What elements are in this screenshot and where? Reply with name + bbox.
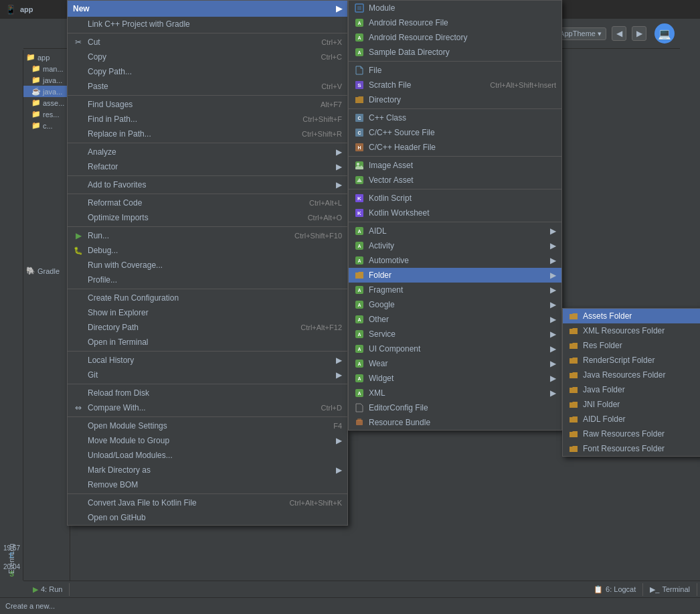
menu-item-move-module[interactable]: Move Module to Group ▶ <box>68 433 347 448</box>
menu2-cpp-source[interactable]: C C/C++ Source File <box>349 125 561 140</box>
kotlin-script-label: Kotlin Script <box>369 194 556 203</box>
menu-item-run[interactable]: ▶ Run... Ctrl+Shift+F10 <box>68 228 347 243</box>
menu-item-refactor[interactable]: Refactor ▶ <box>68 159 347 174</box>
svg-text:A: A <box>357 362 361 366</box>
menu-item-mark-directory[interactable]: Mark Directory as ▶ <box>68 463 347 477</box>
menu3-font-resources-folder[interactable]: Font Resources Folder <box>563 441 700 456</box>
menu-item-replace-in-path[interactable]: Replace in Path... Ctrl+Shift+R <box>68 127 347 141</box>
tree-item-assets[interactable]: 📁 asse... <box>23 97 70 108</box>
menu3-assets-folder[interactable]: Assets Folder <box>563 309 700 323</box>
menu2-service[interactable]: A Service ▶ <box>349 327 561 341</box>
menu-item-add-to-favorites[interactable]: Add to Favorites ▶ <box>68 177 347 192</box>
tree-item-gradle[interactable]: 🐘 Gradle <box>23 265 70 277</box>
menu2-module[interactable]: Module <box>349 1 561 15</box>
menu3-renderscript-folder[interactable]: RenderScript Folder <box>563 353 700 368</box>
menu-item-unload-modules[interactable]: Unload/Load Modules... <box>68 448 347 463</box>
menu-item-open-terminal[interactable]: Open in Terminal <box>68 335 347 350</box>
menu3-aidl-folder[interactable]: AIDL Folder <box>563 412 700 427</box>
menu-item-local-history[interactable]: Local History ▶ <box>68 353 347 368</box>
menu-item-show-explorer[interactable]: Show in Explorer <box>68 305 347 320</box>
menu3-res-folder[interactable]: Res Folder <box>563 338 700 353</box>
run-tab-icon: ▶ <box>33 585 38 594</box>
menu2-activity[interactable]: A Activity ▶ <box>349 238 561 253</box>
svg-text:C: C <box>357 131 361 135</box>
menu2-google[interactable]: A Google ▶ <box>349 297 561 312</box>
menu-item-find-usages[interactable]: Find Usages Alt+F7 <box>68 97 347 112</box>
folder-icon <box>354 270 365 281</box>
menu-item-new[interactable]: New ▶ <box>68 1 347 17</box>
menu-item-module-settings[interactable]: Open Module Settings F4 <box>68 418 347 433</box>
menu2-folder[interactable]: Folder ▶ <box>349 268 561 283</box>
menu2-kotlin-script[interactable]: K Kotlin Script <box>349 191 561 206</box>
svg-text:A: A <box>357 317 361 322</box>
menu2-directory[interactable]: Directory <box>349 92 561 107</box>
mark-dir-icon <box>73 465 84 475</box>
tree-item-java2[interactable]: ☕ java... <box>23 86 70 97</box>
menu2-cpp-header[interactable]: H C/C++ Header File <box>349 140 561 155</box>
tree-item-cpp[interactable]: 📁 c... <box>23 120 70 131</box>
menu-item-run-coverage[interactable]: Run with Coverage... <box>68 258 347 273</box>
menu-item-create-run-config[interactable]: Create Run Configuration <box>68 291 347 305</box>
menu-item-remove-bom[interactable]: Remove BOM <box>68 477 347 492</box>
widget-icon: A <box>354 373 365 384</box>
google-label: Google <box>369 300 546 309</box>
menu3-raw-resources-folder[interactable]: Raw Resources Folder <box>563 427 700 441</box>
menu-item-reformat-code[interactable]: Reformat Code Ctrl+Alt+L <box>68 196 347 210</box>
module-label: Module <box>369 3 556 13</box>
menu2-sample-data[interactable]: A Sample Data Directory <box>349 45 561 60</box>
menu-item-directory-path[interactable]: Directory Path Ctrl+Alt+F12 <box>68 320 347 335</box>
tree-item-java1[interactable]: 📁 java... <box>23 74 70 86</box>
terminal-tab[interactable]: ▶_ Terminal <box>643 583 697 596</box>
menu3-java-resources-folder[interactable]: Java Resources Folder <box>563 368 700 382</box>
cpp-class-icon: C <box>354 112 365 123</box>
menu-item-paste[interactable]: Paste Ctrl+V <box>68 79 347 94</box>
raw-resources-icon <box>568 429 579 439</box>
menu-item-cut[interactable]: ✂ Cut Ctrl+X <box>68 35 347 50</box>
menu-item-open-github[interactable]: Open on GitHub <box>68 510 347 525</box>
logcat-tab[interactable]: 📋 6: Logcat <box>587 583 643 596</box>
menu2-file[interactable]: File <box>349 63 561 78</box>
menu2-vector-asset[interactable]: Vector Asset <box>349 173 561 187</box>
menu-item-copy[interactable]: Copy Ctrl+C <box>68 50 347 64</box>
menu2-wear[interactable]: A Wear ▶ <box>349 356 561 371</box>
next-nav-button[interactable]: ▶ <box>632 26 646 41</box>
run-tab[interactable]: ▶ 4: Run <box>26 583 70 596</box>
menu-item-analyze[interactable]: Analyze ▶ <box>68 145 347 159</box>
menu3-java-folder[interactable]: Java Folder <box>563 382 700 397</box>
menu-item-compare-with[interactable]: ⇔ Compare With... Ctrl+D <box>68 400 347 415</box>
menu-item-debug[interactable]: 🐛 Debug... <box>68 243 347 258</box>
menu2-other[interactable]: A Other ▶ <box>349 312 561 327</box>
menu-item-optimize-imports[interactable]: Optimize Imports Ctrl+Alt+O <box>68 210 347 225</box>
menu2-automotive[interactable]: A Automotive ▶ <box>349 253 561 268</box>
menu-item-profile[interactable]: Profile... <box>68 273 347 287</box>
menu-item-convert-java[interactable]: Convert Java File to Kotlin File Ctrl+Al… <box>68 495 347 510</box>
menu2-cpp-class[interactable]: C C++ Class <box>349 110 561 125</box>
menu-item-find-in-path[interactable]: Find in Path... Ctrl+Shift+F <box>68 112 347 127</box>
menu2-ui-component[interactable]: A UI Component ▶ <box>349 341 561 356</box>
menu-item-git[interactable]: Git ▶ <box>68 368 347 382</box>
tree-folder-icon: 📁 <box>31 64 41 73</box>
dir-path-shortcut: Ctrl+Alt+F12 <box>300 323 342 331</box>
menu-item-link-cpp[interactable]: Link C++ Project with Gradle <box>68 17 347 31</box>
menu2-android-res-dir[interactable]: A Android Resource Directory <box>349 30 561 45</box>
menu3-jni-folder[interactable]: JNI Folder <box>563 397 700 412</box>
tree-item-res[interactable]: 📁 res... <box>23 108 70 120</box>
menu2-xml[interactable]: A XML ▶ <box>349 386 561 400</box>
menu3-xml-resources[interactable]: XML Resources Folder <box>563 323 700 338</box>
menu2-widget[interactable]: A Widget ▶ <box>349 371 561 386</box>
menu2-kotlin-worksheet[interactable]: K Kotlin Worksheet <box>349 206 561 220</box>
menu-item-copy-path[interactable]: Copy Path... <box>68 64 347 79</box>
paste-label: Paste <box>88 82 308 91</box>
menu2-resource-bundle[interactable]: Resource Bundle <box>349 415 561 430</box>
tree-item-app[interactable]: 📁 app <box>23 52 70 63</box>
menu2-aidl[interactable]: A AIDL ▶ <box>349 224 561 238</box>
menu2-scratch-file[interactable]: S Scratch File Ctrl+Alt+Shift+Insert <box>349 78 561 92</box>
prev-nav-button[interactable]: ◀ <box>612 26 626 41</box>
tree-item-manifest[interactable]: 📁 man... <box>23 63 70 74</box>
menu2-android-res-file[interactable]: A Android Resource File <box>349 15 561 30</box>
menu2-editorconfig[interactable]: EditorConfig File <box>349 400 561 415</box>
menu2-fragment[interactable]: A Fragment ▶ <box>349 283 561 297</box>
menu-item-reload-disk[interactable]: Reload from Disk <box>68 386 347 400</box>
run-device-button[interactable]: 💻 <box>654 23 675 44</box>
menu2-image-asset[interactable]: Image Asset <box>349 158 561 173</box>
